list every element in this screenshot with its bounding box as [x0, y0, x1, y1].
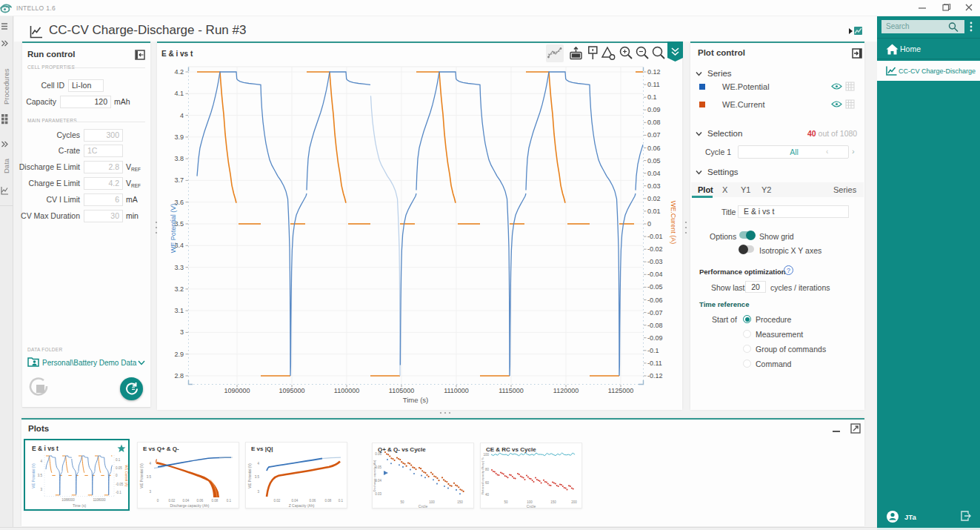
svg-text:0.02: 0.02 — [169, 499, 176, 503]
svg-text:1110000: 1110000 — [444, 387, 469, 394]
svg-text:3.3: 3.3 — [174, 264, 184, 271]
svg-text:Z Capacity (Ah): Z Capacity (Ah) — [289, 503, 315, 508]
svg-text:WE.Curent (A): WE.Curent (A) — [670, 201, 677, 245]
svg-text:0.1: 0.1 — [647, 93, 657, 101]
svg-text:Time (s): Time (s) — [403, 396, 428, 404]
svg-text:40: 40 — [485, 493, 490, 497]
svg-text:1088000: 1088000 — [61, 498, 75, 502]
svg-text:0.04: 0.04 — [183, 499, 190, 503]
svg-text:-0.08: -0.08 — [647, 322, 663, 329]
svg-text:4: 4 — [180, 112, 184, 119]
svg-text:WE.Curent (A): WE.Curent (A) — [124, 465, 128, 487]
svg-text:-0.04: -0.04 — [647, 271, 663, 278]
svg-text:Cycle: Cycle — [419, 504, 428, 508]
svg-text:4.1: 4.1 — [174, 90, 184, 97]
svg-text:1105000: 1105000 — [389, 387, 414, 394]
svg-text:0.06: 0.06 — [310, 499, 316, 503]
svg-text:Retained capacity (Rcap) %: Retained capacity (Rcap) % — [481, 457, 484, 494]
svg-text:-0.12: -0.12 — [647, 372, 663, 380]
svg-text:50: 50 — [504, 500, 508, 504]
svg-text:60: 60 — [485, 481, 490, 485]
svg-text:1108000: 1108000 — [93, 498, 106, 502]
svg-text:1090000: 1090000 — [224, 387, 250, 394]
svg-text:-0.1: -0.1 — [116, 491, 121, 494]
svg-text:50: 50 — [400, 500, 404, 504]
svg-text:3: 3 — [149, 490, 151, 494]
svg-text:1095000: 1095000 — [279, 387, 304, 394]
svg-text:1115000: 1115000 — [499, 387, 524, 394]
svg-text:4.2: 4.2 — [174, 68, 184, 76]
svg-text:0.02: 0.02 — [274, 499, 281, 503]
svg-text:0: 0 — [116, 474, 118, 477]
svg-text:1120000: 1120000 — [553, 387, 579, 394]
svg-text:0: 0 — [647, 220, 651, 228]
svg-text:150: 150 — [550, 500, 556, 504]
svg-text:-0.07: -0.07 — [647, 309, 663, 317]
svg-text:0.04: 0.04 — [647, 170, 661, 177]
svg-text:Time (s): Time (s) — [73, 503, 86, 508]
svg-text:-0.02: -0.02 — [647, 245, 663, 253]
svg-text:4: 4 — [40, 460, 42, 463]
svg-text:-0.05: -0.05 — [647, 283, 663, 291]
svg-text:-0.1: -0.1 — [647, 347, 659, 354]
svg-text:-0.06: -0.06 — [647, 297, 663, 304]
svg-text:WE Potential (V): WE Potential (V) — [170, 204, 177, 254]
svg-text:150: 150 — [457, 500, 463, 504]
svg-text:0.11: 0.11 — [647, 81, 660, 88]
svg-text:0.06: 0.06 — [647, 145, 661, 152]
svg-text:0.01: 0.01 — [647, 208, 661, 215]
svg-text:4: 4 — [149, 462, 151, 466]
svg-text:0: 0 — [157, 499, 159, 503]
svg-text:1100000: 1100000 — [334, 387, 359, 394]
svg-text:WE Potential (V): WE Potential (V) — [248, 463, 252, 488]
svg-text:0.1: 0.1 — [339, 499, 344, 503]
svg-text:3.1: 3.1 — [174, 307, 184, 314]
svg-text:3: 3 — [40, 488, 42, 491]
svg-text:JTa: JTa — [904, 513, 916, 521]
svg-text:-0.11: -0.11 — [647, 360, 662, 367]
svg-text:2.9: 2.9 — [174, 351, 184, 358]
svg-text:0.05: 0.05 — [116, 466, 122, 470]
svg-text:3.8: 3.8 — [174, 155, 184, 162]
svg-text:0.08: 0.08 — [647, 119, 661, 126]
svg-text:3: 3 — [180, 328, 184, 336]
svg-text:3.9: 3.9 — [174, 133, 184, 141]
svg-text:WE Potential (V): WE Potential (V) — [140, 463, 144, 488]
svg-text:-0.09: -0.09 — [647, 334, 663, 342]
svg-text:80: 80 — [485, 468, 490, 471]
svg-text:0.06: 0.06 — [197, 499, 204, 503]
svg-text:0.1: 0.1 — [227, 499, 232, 503]
svg-text:0.1: 0.1 — [116, 458, 121, 462]
svg-text:3.7: 3.7 — [174, 176, 184, 184]
svg-text:3.2: 3.2 — [174, 285, 184, 293]
svg-text:2.8: 2.8 — [174, 372, 184, 380]
svg-text:3: 3 — [257, 490, 259, 494]
svg-text:0.09: 0.09 — [647, 106, 661, 113]
svg-text:0.02: 0.02 — [647, 195, 661, 202]
svg-text:0.07: 0.07 — [647, 131, 661, 139]
svg-text:3.5: 3.5 — [147, 475, 152, 479]
svg-text:100: 100 — [483, 453, 489, 457]
svg-text:3.5: 3.5 — [255, 475, 260, 479]
svg-text:WE Potential (V): WE Potential (V) — [32, 463, 36, 488]
svg-text:0.04: 0.04 — [292, 499, 299, 503]
svg-text:200: 200 — [571, 500, 577, 504]
svg-text:0.08: 0.08 — [325, 499, 332, 503]
svg-text:-0.05: -0.05 — [116, 483, 124, 486]
svg-text:Discharge capacity (Ah): Discharge capacity (Ah) — [373, 460, 376, 491]
svg-text:4: 4 — [257, 462, 259, 466]
svg-text:-0.01: -0.01 — [647, 233, 663, 240]
svg-text:0.06: 0.06 — [375, 452, 381, 456]
svg-text:0.12: 0.12 — [647, 68, 661, 76]
svg-text:-0.03: -0.03 — [647, 258, 663, 265]
svg-text:0.05: 0.05 — [647, 157, 661, 165]
svg-text:100: 100 — [429, 500, 435, 504]
svg-text:0.03: 0.03 — [375, 492, 381, 496]
svg-text:Discharge capacity (Ah): Discharge capacity (Ah) — [170, 503, 209, 508]
svg-text:Cycle: Cycle — [527, 504, 536, 508]
svg-text:3.5: 3.5 — [38, 474, 43, 477]
svg-text:1125000: 1125000 — [608, 387, 633, 394]
svg-text:0.08: 0.08 — [212, 499, 219, 503]
svg-text:0.03: 0.03 — [647, 182, 661, 190]
